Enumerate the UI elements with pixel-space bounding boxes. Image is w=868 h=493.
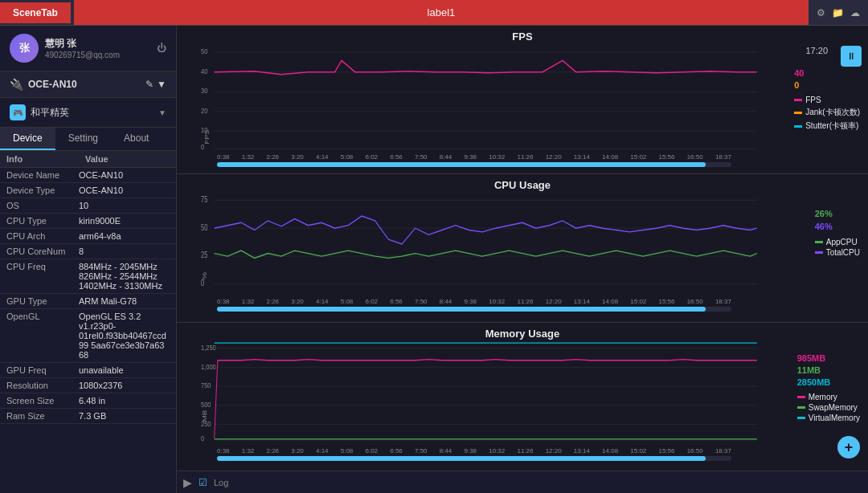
tab-device[interactable]: Device [0, 128, 55, 150]
memory-values: 985MB 11MB 2850MB Memory SwapMemory [797, 353, 860, 422]
memory-value: 985MB [797, 353, 860, 363]
row-val: ARM Mali-G78 [79, 296, 170, 306]
row-val: unavailable [79, 365, 170, 375]
table-row: GPU TypeARM Mali-G78 [0, 294, 176, 309]
cpu-x-labels: 0:381:322:263:204:145:086:026:567:508:44… [217, 298, 731, 305]
fps-chart-svg: 50 40 30 20 10 0 FPS [201, 44, 764, 151]
expand-icon[interactable]: ▼ [157, 79, 166, 90]
svg-text:25: 25 [201, 251, 207, 259]
dropdown-icon: ▼ [158, 108, 166, 117]
mem-legend-virtual: VirtualMemory [809, 414, 860, 422]
device-actions: ✎ ▼ [145, 79, 166, 90]
sidebar: 张 慧明 张 490269715@qq.com ⏻ 🔌 OCE-AN10 ✎ ▼… [0, 26, 177, 493]
app-icon: 🎮 [10, 104, 26, 120]
fps-x-labels: 0:381:322:263:204:145:086:026:567:508:44… [217, 153, 731, 161]
row-val: 884MHz - 2045MHz 826MHz - 2544MHz 1402MH… [79, 262, 170, 291]
edit-icon[interactable]: ✎ [145, 79, 154, 90]
row-key: CPU CoreNum [6, 246, 79, 256]
table-row: Device TypeOCE-AN10 [0, 183, 176, 198]
app-select[interactable]: 🎮 和平精英 ▼ [0, 98, 176, 128]
center-label: label1 [74, 0, 809, 25]
mem-legend-memory: Memory [809, 393, 837, 401]
header-value: Value [85, 154, 108, 164]
cpu-values: 26% 46% AppCPU TotalCPU [815, 209, 860, 257]
cloud-icon[interactable]: ☁ [850, 7, 860, 18]
table-row: Screen Size6.48 in [0, 393, 176, 409]
log-label: Log [214, 478, 228, 487]
row-val: 7.3 GB [79, 411, 170, 421]
svg-text:40: 40 [201, 67, 208, 75]
pause-icon: ⏸ [846, 51, 856, 62]
device-name: OCE-AN10 [28, 79, 141, 90]
folder-icon[interactable]: 📁 [832, 7, 844, 18]
row-val: OCE-AN10 [79, 185, 170, 195]
svg-text:50: 50 [201, 47, 208, 55]
fps-chart-title: FPS [177, 29, 868, 44]
row-key: Device Name [6, 170, 79, 180]
cpu-chart-svg: 75 50 25 0 % [201, 193, 764, 295]
tab-about[interactable]: About [111, 128, 162, 150]
row-key: GPU Type [6, 296, 79, 306]
svg-text:0: 0 [201, 279, 204, 287]
memory-chart-section: Memory Usage 1,250 1,000 750 500 250 0 M… [177, 323, 868, 471]
table-row: OpenGLOpenGL ES 3.2 v1.r23p0-01rel0.f93b… [0, 309, 176, 363]
settings-icon[interactable]: ⚙ [817, 7, 825, 18]
svg-text:1,250: 1,250 [201, 343, 216, 352]
checkbox-log[interactable]: ☑ [199, 477, 207, 488]
table-row: CPU Typekirin9000E [0, 214, 176, 229]
tab-setting[interactable]: Setting [55, 128, 111, 150]
table-row: Resolution1080x2376 [0, 378, 176, 393]
row-val: kirin9000E [79, 216, 170, 226]
row-val: OCE-AN10 [79, 170, 170, 180]
row-val: 1080x2376 [79, 381, 170, 390]
row-key: Ram Size [6, 411, 79, 421]
cpu-chart-title: CPU Usage [177, 177, 868, 193]
fps-legend-fps: FPS [805, 96, 821, 104]
row-key: Screen Size [6, 396, 79, 405]
sidebar-tabs: Device Setting About [0, 128, 176, 151]
svg-text:%: % [201, 272, 207, 279]
bottom-bar: ▶ ☑ Log [177, 471, 868, 493]
virtual-value: 2850MB [797, 377, 860, 387]
info-header: Info Value [0, 151, 176, 168]
svg-text:1,000: 1,000 [201, 362, 216, 371]
row-val: arm64-v8a [79, 231, 170, 241]
username: 慧明 张 [45, 37, 120, 51]
svg-text:0: 0 [201, 434, 204, 442]
svg-text:500: 500 [201, 400, 211, 409]
zoom-button[interactable]: + [837, 436, 860, 458]
pause-button[interactable]: ⏸ [841, 46, 862, 67]
expand-icon-bottom[interactable]: ▶ [183, 476, 192, 489]
row-key: Device Type [6, 185, 79, 195]
user-email: 490269715@qq.com [45, 51, 120, 59]
svg-text:20: 20 [201, 106, 208, 115]
svg-text:MB: MB [201, 410, 207, 422]
row-val: 6.48 in [79, 396, 170, 405]
device-icon: 🔌 [10, 78, 23, 91]
top-bar-icons: ⚙ 📁 ☁ [809, 7, 868, 18]
zoom-icon: + [845, 440, 854, 454]
row-key: OS [6, 201, 79, 210]
svg-text:FPS: FPS [203, 129, 211, 144]
svg-text:30: 30 [201, 86, 208, 95]
mem-x-labels: 0:381:322:263:204:145:086:026:567:508:44… [217, 447, 731, 454]
fps-legend: 40 0 FPS Jank(卡顿次数) Stutt [794, 68, 860, 132]
row-key: CPU Arch [6, 231, 79, 241]
table-row: OS10 [0, 198, 176, 214]
device-select: 🔌 OCE-AN10 ✎ ▼ [0, 71, 176, 98]
scene-tab[interactable]: SceneTab [0, 2, 71, 23]
app-cpu-value: 26% [815, 209, 860, 218]
row-val: OpenGL ES 3.2 v1.r23p0-01rel0.f93bb40467… [79, 312, 170, 360]
power-icon[interactable]: ⏻ [157, 43, 166, 54]
fps-legend-jank: Jank(卡顿次数) [805, 107, 860, 118]
top-bar: SceneTab label1 ⚙ 📁 ☁ [0, 0, 868, 26]
user-area: 张 慧明 张 490269715@qq.com ⏻ [0, 26, 176, 71]
row-key: Resolution [6, 381, 79, 390]
main-layout: 张 慧明 张 490269715@qq.com ⏻ 🔌 OCE-AN10 ✎ ▼… [0, 26, 868, 493]
memory-chart-title: Memory Usage [177, 326, 868, 341]
row-key: CPU Type [6, 216, 79, 226]
info-table: Info Value Device NameOCE-AN10Device Typ… [0, 151, 176, 493]
table-row: CPU Freq884MHz - 2045MHz 826MHz - 2544MH… [0, 259, 176, 294]
fps-legend-stutter: Stutter(卡顿率) [805, 120, 858, 132]
mem-legend-swap: SwapMemory [809, 403, 858, 412]
